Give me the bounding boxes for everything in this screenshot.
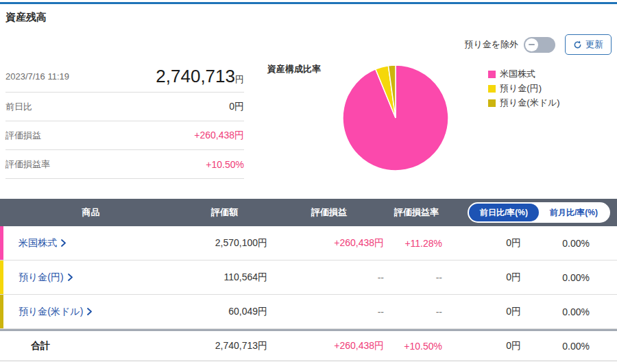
table-row-deposit-usd: 預り金(米ドル) 60,049円 -- -- 0円 0.00% <box>0 295 617 329</box>
cell-month-change: 0.00% <box>521 272 590 283</box>
exclude-deposit-toggle[interactable] <box>524 37 555 53</box>
top-accent-line <box>0 2 617 4</box>
period-toggle-month[interactable]: 前月比/率(%) <box>539 204 609 221</box>
toggle-knob <box>525 38 538 51</box>
product-name: 預り金(円) <box>19 271 64 284</box>
cell-day-change: 0円 <box>442 306 521 318</box>
pl-label: 評価損益 <box>5 130 41 142</box>
page-title: 資産残高 <box>5 11 47 24</box>
col-header-pl: 評価損益 <box>271 206 387 219</box>
cell-pl: -- <box>267 272 384 283</box>
cell-pl-rate: -- <box>384 272 442 283</box>
table-header-row: 商品 評価額 評価損益 評価損益率 前日比/率(%) 前月比/率(%) <box>0 199 617 226</box>
product-link-us-stocks[interactable]: 米国株式 <box>19 237 66 250</box>
col-header-product: 商品 <box>3 206 178 219</box>
product-link-deposit-jpy[interactable]: 預り金(円) <box>19 271 73 284</box>
cell-month-change: 0.00% <box>521 306 590 317</box>
pl-rate-value: +10.50% <box>206 159 244 170</box>
cell-value: 2,570,100円 <box>175 237 267 250</box>
total-balance-number: 2,740,713 <box>156 66 235 86</box>
col-header-value: 評価額 <box>178 206 271 219</box>
cell-day-change: 0円 <box>442 271 521 284</box>
cell-pl-rate: -- <box>384 306 442 317</box>
asset-balance-page: 資産残高 預り金を除外 更新 2023/7/16 11:19 2,740,713… <box>0 0 617 364</box>
chevron-right-icon <box>68 274 73 281</box>
pl-rate-label: 評価損益率 <box>5 158 50 171</box>
legend-label-us-stocks: 米国株式 <box>500 68 535 80</box>
refresh-icon <box>573 40 582 49</box>
total-day-change: 0円 <box>442 340 521 352</box>
legend-item-us-stocks: 米国株式 <box>488 68 560 80</box>
exclude-deposit-toggle-group: 預り金を除外 <box>464 37 555 53</box>
holdings-table: 商品 評価額 評価損益 評価損益率 前日比/率(%) 前月比/率(%) 米国株式… <box>0 199 617 361</box>
pl-rate-row: 評価損益率 +10.50% <box>5 150 244 179</box>
cell-day-change: 0円 <box>442 237 521 250</box>
total-month-change: 0.00% <box>521 341 590 352</box>
col-header-pl-rate: 評価損益率 <box>387 206 446 219</box>
pie-chart-title: 資産構成比率 <box>267 63 321 75</box>
table-row-us-stocks: 米国株式 2,570,100円 +260,438円 +11.28% 0円 0.0… <box>0 226 617 260</box>
cell-pl: +260,438円 <box>267 237 384 250</box>
cell-pl-rate: +11.28% <box>384 238 442 249</box>
legend-label-deposit-jpy: 預り金(円) <box>500 82 542 95</box>
product-link-deposit-usd[interactable]: 預り金(米ドル) <box>19 306 92 318</box>
pie-legend: 米国株式 預り金(円) 預り金(米ドル) <box>488 68 560 109</box>
table-row-deposit-jpy: 預り金(円) 110,564円 -- -- 0円 0.00% <box>0 260 617 295</box>
summary-total-row: 2023/7/16 11:19 2,740,713円 <box>5 60 244 93</box>
chevron-right-icon <box>87 308 92 315</box>
as-of-timestamp: 2023/7/16 11:19 <box>5 71 69 82</box>
total-balance-unit: 円 <box>235 74 244 84</box>
asset-pie-chart <box>341 63 450 173</box>
cell-month-change: 0.00% <box>521 238 590 249</box>
day-change-label: 前日比 <box>5 101 32 113</box>
pl-row: 評価損益 +260,438円 <box>5 121 244 150</box>
legend-item-deposit-usd: 預り金(米ドル) <box>488 97 560 109</box>
total-balance: 2,740,713円 <box>156 66 244 87</box>
product-name: 米国株式 <box>19 237 57 250</box>
cell-value: 110,564円 <box>175 271 267 284</box>
cell-value: 60,049円 <box>175 306 267 318</box>
header-controls: 預り金を除外 更新 <box>464 34 612 55</box>
legend-swatch-us-stocks <box>488 71 496 78</box>
total-label: 合計 <box>0 340 175 352</box>
pl-value: +260,438円 <box>194 130 244 142</box>
refresh-button[interactable]: 更新 <box>565 34 612 55</box>
day-change-row: 前日比 0円 <box>5 93 244 121</box>
legend-swatch-deposit-jpy <box>488 85 496 93</box>
cell-pl: -- <box>267 306 384 317</box>
product-name: 預り金(米ドル) <box>19 306 83 318</box>
period-toggle: 前日比/率(%) 前月比/率(%) <box>468 202 610 223</box>
table-total-row: 合計 2,740,713円 +260,438円 +10.50% 0円 0.00% <box>0 331 617 361</box>
legend-swatch-deposit-usd <box>488 99 496 107</box>
summary-panel: 2023/7/16 11:19 2,740,713円 前日比 0円 評価損益 +… <box>5 60 244 179</box>
total-value: 2,740,713円 <box>175 340 267 352</box>
total-pl-rate: +10.50% <box>384 341 442 352</box>
legend-item-deposit-jpy: 預り金(円) <box>488 82 560 95</box>
total-pl: +260,438円 <box>267 340 384 352</box>
legend-label-deposit-usd: 預り金(米ドル) <box>500 97 560 109</box>
refresh-button-label: 更新 <box>585 38 603 51</box>
exclude-deposit-toggle-label: 預り金を除外 <box>464 38 518 51</box>
day-change-value: 0円 <box>229 101 244 113</box>
period-toggle-day[interactable]: 前日比/率(%) <box>469 204 539 221</box>
minus-icon <box>529 44 535 45</box>
chevron-right-icon <box>61 239 66 247</box>
